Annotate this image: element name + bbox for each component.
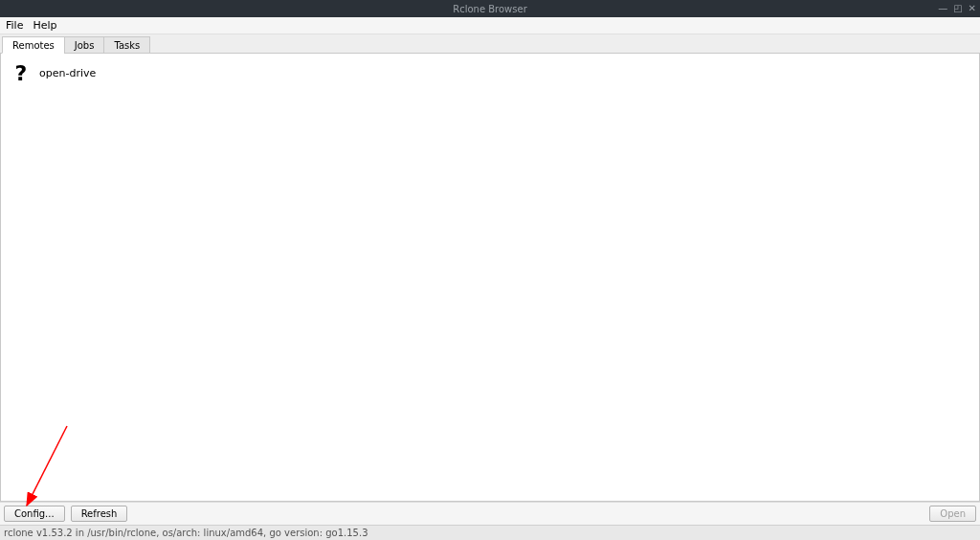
menu-file[interactable]: File [6, 19, 23, 32]
tab-jobs[interactable]: Jobs [64, 36, 105, 54]
open-button[interactable]: Open [929, 506, 976, 522]
remote-name: open-drive [39, 67, 96, 79]
maximize-icon[interactable]: ◰ [953, 4, 962, 13]
config-button[interactable]: Config... [4, 506, 65, 522]
tab-label: Tasks [114, 40, 140, 51]
close-icon[interactable]: ✕ [969, 4, 976, 13]
tab-label: Remotes [12, 40, 55, 51]
tab-remotes[interactable]: Remotes [2, 36, 65, 54]
tab-label: Jobs [75, 40, 95, 51]
status-text: rclone v1.53.2 in /usr/bin/rclone, os/ar… [4, 528, 368, 538]
button-row: Config... Refresh Open [0, 502, 980, 525]
content-area: ? open-drive [0, 54, 980, 502]
menubar: File Help [0, 17, 980, 34]
window-controls: — ◰ ✕ [938, 4, 976, 13]
statusbar: rclone v1.53.2 in /usr/bin/rclone, os/ar… [0, 525, 980, 540]
menu-help[interactable]: Help [33, 19, 56, 32]
titlebar: Rclone Browser — ◰ ✕ [0, 0, 980, 17]
remote-item[interactable]: ? open-drive [1, 54, 979, 93]
tab-tasks[interactable]: Tasks [103, 36, 150, 54]
refresh-button[interactable]: Refresh [71, 506, 128, 522]
question-mark-icon: ? [11, 61, 32, 85]
window-title: Rclone Browser [453, 4, 527, 14]
minimize-icon[interactable]: — [938, 4, 947, 13]
tabbar: Remotes Jobs Tasks [0, 34, 980, 54]
